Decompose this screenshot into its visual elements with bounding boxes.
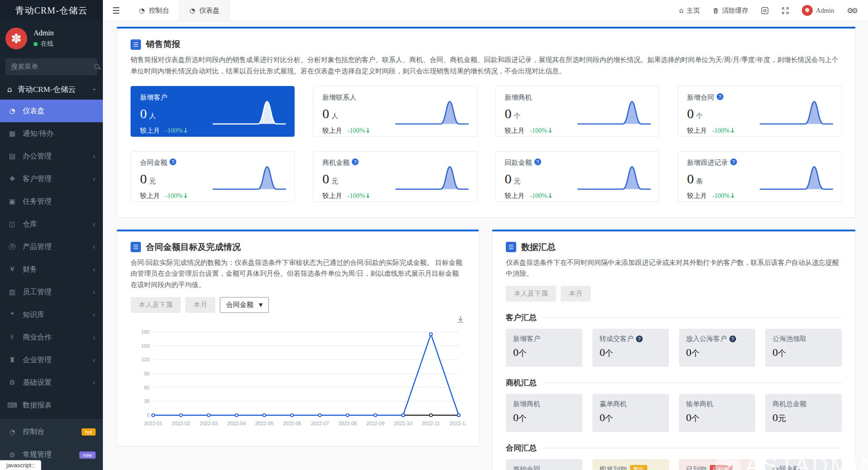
office-icon: ▤ (7, 152, 17, 160)
sidebar-item-finance[interactable]: ¥财务‹ (0, 258, 103, 281)
svg-text:2022-01: 2022-01 (144, 421, 162, 426)
stat-card-new-contacts[interactable]: 新增联系人 0人 较上月-100%↓ (313, 86, 477, 137)
section-description: 合同/回款实际完成情况的数额为：仪表盘筛选条件下审核状态为已通过的合同/回款的实… (131, 257, 465, 291)
target-line-chart: 03060901201501802022-012022-022022-03202… (131, 325, 466, 433)
gear-icon: ⚙ (7, 451, 17, 459)
sidebar-item-products[interactable]: Ⓟ产品管理‹ (0, 235, 103, 258)
topbar-right: ⌂主页 清除缓存 ✽Admin ⚙⚙ (679, 0, 868, 21)
svg-text:2022-06: 2022-06 (283, 421, 301, 426)
sidebar-item-settings[interactable]: ⚙基础设置‹ (0, 371, 103, 394)
avatar: ✽ (802, 5, 813, 16)
menu-toggle-icon[interactable]: ☰ (103, 0, 129, 21)
stat-card-payment-amount[interactable]: 回款金额? 0元 较上月-100%↓ (495, 151, 659, 202)
stat-card-contract-amount[interactable]: 合同金额? 0元 较上月-100%↓ (131, 151, 295, 202)
search-icon[interactable] (94, 64, 101, 70)
svg-text:120: 120 (141, 357, 150, 362)
chevron-left-icon: ‹ (92, 355, 96, 364)
svg-text:2022-05: 2022-05 (255, 421, 273, 426)
search-input[interactable] (11, 63, 94, 71)
section-title: 数据汇总 (521, 241, 556, 253)
help-icon[interactable]: ? (534, 158, 541, 165)
warehouse-icon: ◫ (7, 220, 17, 228)
sidebar-item-cooperation[interactable]: ✌商业合作‹ (0, 326, 103, 349)
sidebar-item-console[interactable]: ◔控制台hot (0, 420, 103, 443)
stat-value: 0 (140, 171, 147, 186)
stat-card-new-followups[interactable]: 新增跟进记录? 0条 较上月-100%↓ (678, 151, 842, 202)
down-arrow-icon: ↓ (730, 192, 735, 199)
sidebar-item-customers[interactable]: ❖客户管理‹ (0, 168, 103, 190)
filter-scope-button[interactable]: 本人及下属 (506, 286, 556, 302)
svg-text:2022-08: 2022-08 (339, 421, 357, 426)
clear-cache-button[interactable]: 清除缓存 (713, 6, 748, 15)
home-icon: ⌂ (7, 85, 12, 94)
sidebar-item-staff[interactable]: ▥员工管理‹ (0, 281, 103, 303)
app-logo-title: 青动CRM-仓储云 (0, 0, 103, 21)
tile-opportunity-total-amount: 商机总金额 0元 (765, 394, 842, 432)
stat-card-new-customers[interactable]: 新增客户 0人 较上月-100%↓ (131, 86, 295, 137)
stat-value: 0 (322, 171, 329, 186)
down-arrow-icon: ↓ (183, 127, 188, 134)
product-icon: Ⓟ (7, 243, 17, 251)
avatar[interactable]: ✽ (5, 28, 27, 49)
home-link[interactable]: ⌂主页 (679, 6, 700, 15)
metric-select[interactable]: 合同金额▼ (220, 297, 269, 313)
sidebar-item-dashboard[interactable]: ◔仪表盘 (0, 100, 103, 122)
gauge-icon: ◔ (7, 107, 17, 115)
stat-value: 0 (505, 106, 512, 121)
stat-cards-grid: 新增客户 0人 较上月-100%↓ 新增联系人 0人 较上月-100%↓ 新增商… (131, 86, 842, 202)
trend-sparkline (211, 163, 288, 192)
help-icon[interactable]: ? (717, 93, 723, 100)
sidebar-item-tasks[interactable]: ▣任务管理 (0, 190, 103, 213)
filter-period-button[interactable]: 本月 (185, 297, 215, 313)
help-icon[interactable]: ? (170, 158, 176, 165)
user-menu[interactable]: ✽Admin (802, 5, 834, 16)
section-description: 仪表盘筛选条件下在不同时间间隔中未添加跟进记录或未对其外勤打卡的客户数，联系后该… (506, 257, 842, 280)
stat-value: 0 (687, 171, 694, 186)
filter-scope-button[interactable]: 本人及下属 (131, 297, 181, 313)
contract-summary-header: 合同汇总 (506, 443, 842, 453)
help-icon[interactable]: ? (730, 158, 737, 165)
lock-screen-icon[interactable] (761, 7, 769, 14)
tab-dashboard[interactable]: ◔仪表盘 (179, 0, 230, 21)
stat-card-new-opportunities[interactable]: 新增商机 0个 较上月-100%↓ (495, 86, 659, 137)
svg-text:30: 30 (144, 398, 150, 404)
down-arrow-icon: ↓ (730, 127, 735, 134)
stat-card-new-contracts[interactable]: 新增合同? 0个 较上月-100%↓ (678, 86, 842, 137)
gauge-icon: ◔ (189, 7, 195, 14)
help-icon[interactable]: ? (636, 336, 643, 342)
cooperation-icon: ✌ (7, 333, 17, 341)
sidebar-item-warehouse[interactable]: ◫仓库‹ (0, 213, 103, 235)
help-icon[interactable]: ? (729, 336, 736, 342)
home-icon: ⌂ (679, 6, 684, 14)
section-description: 销售简报对仪表盘所选时间段内的销售成果进行对比分析。分析对象包括您的客户、联系人… (131, 54, 842, 77)
sidebar-item-office[interactable]: ▤办公管理‹ (0, 145, 103, 168)
tab-console[interactable]: ◔控制台 (129, 0, 179, 21)
user-name: Admin (34, 29, 53, 37)
svg-text:90: 90 (144, 371, 150, 376)
download-icon[interactable] (456, 315, 465, 324)
svg-text:2022-09: 2022-09 (366, 421, 384, 426)
gear-icon: ⚙ (7, 379, 17, 387)
trend-sparkline (758, 163, 835, 192)
filter-period-button[interactable]: 本月 (561, 286, 591, 302)
help-icon[interactable]: ? (352, 158, 359, 165)
sidebar-item-enterprise[interactable]: ♜企业管理‹ (0, 349, 103, 371)
trend-sparkline (211, 97, 288, 127)
contract-target-card: ☰ 合同金额目标及完成情况 合同/回款实际完成情况的数额为：仪表盘筛选条件下审核… (116, 230, 479, 446)
down-arrow-icon: ↓ (548, 192, 553, 199)
tile-signed-contracts: 签约合同 0个 (506, 459, 582, 470)
gears-icon[interactable]: ⚙⚙ (847, 6, 856, 15)
section-title: 销售简报 (146, 38, 180, 50)
stat-card-opportunity-amount[interactable]: 商机金额? 0元 较上月-100%↓ (313, 151, 477, 202)
chevron-left-icon: ‹ (92, 378, 96, 387)
sidebar-item-notifications[interactable]: ▦通知/待办 (0, 122, 103, 145)
hot-badge: hot (82, 428, 96, 436)
user-block: ✽ Admin 在线 (0, 21, 103, 54)
svg-text:2022-07: 2022-07 (310, 421, 329, 426)
expired-badge: 已到期 (710, 465, 732, 470)
sidebar-item-home[interactable]: ⌂ 青动CRM-仓储云 › (0, 79, 103, 100)
sidebar-item-reports[interactable]: ⌨数据报表 (0, 394, 103, 417)
fullscreen-icon[interactable] (781, 7, 789, 14)
knowledge-icon: ❝ (7, 311, 17, 319)
sidebar-item-knowledge[interactable]: ❝知识库‹ (0, 303, 103, 326)
